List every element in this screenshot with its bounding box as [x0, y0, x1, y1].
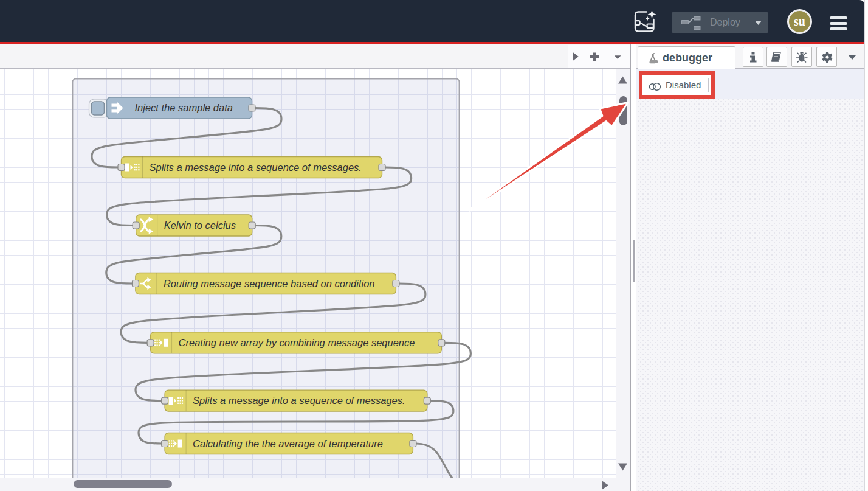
- svg-text:Splits a message into a sequen: Splits a message into a sequence of mess…: [193, 395, 405, 406]
- svg-text:Creating new array by combinin: Creating new array by combining message …: [179, 337, 415, 348]
- svg-text:Kelvin to celcius: Kelvin to celcius: [164, 220, 236, 231]
- svg-text:Routing message sequence based: Routing message sequence based on condit…: [164, 278, 375, 289]
- svg-text:Calculating the the average of: Calculating the the average of temperatu…: [193, 438, 383, 449]
- svg-text:Inject the sample data: Inject the sample data: [135, 102, 233, 113]
- svg-text:Splits a message into a sequen: Splits a message into a sequence of mess…: [150, 162, 362, 173]
